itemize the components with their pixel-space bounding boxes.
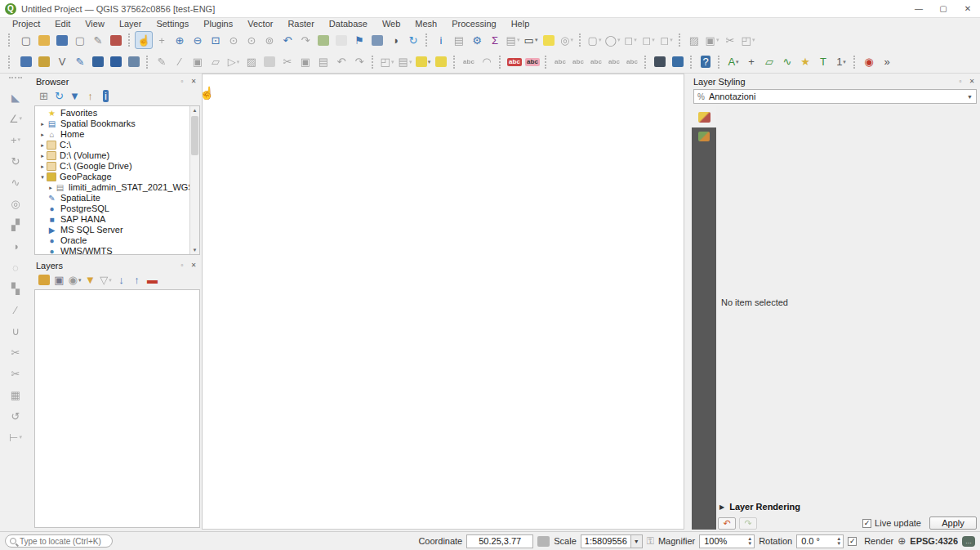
zoom-in-button[interactable]: ⊕ (171, 31, 189, 49)
apply-button[interactable]: Apply (929, 516, 977, 530)
data-source-manager-button[interactable] (17, 53, 35, 71)
zoom-out-button[interactable]: ⊖ (189, 31, 207, 49)
spin-down-icon[interactable]: ▼ (836, 541, 841, 546)
map-tips-button[interactable] (540, 31, 558, 49)
style-redo-button[interactable]: ↷ (739, 517, 757, 530)
magnifier-spinbox[interactable]: 100% ▲▼ (699, 534, 755, 548)
menu-vector[interactable]: Vector (240, 19, 280, 29)
add-selected-layers-button[interactable]: ⊞ (36, 88, 51, 104)
styling-float-button[interactable]: ▫ (956, 77, 965, 87)
zoom-full-button[interactable]: ⊡ (207, 31, 225, 49)
refresh-browser-button[interactable]: ↻ (51, 88, 67, 104)
menu-view[interactable]: View (78, 19, 112, 29)
zoom-last-button[interactable]: ↶ (278, 31, 296, 49)
map-canvas[interactable] (202, 74, 684, 530)
rotation-spinbox[interactable]: 0.0 ° ▲▼ (796, 534, 844, 548)
expand-all-layers-button[interactable]: ↓ (114, 272, 129, 288)
menu-help[interactable]: Help (504, 19, 537, 29)
expander-icon[interactable]: ▸ (38, 140, 47, 150)
new-annotation-layer-button[interactable]: ▾ (414, 53, 432, 71)
metasearch-button[interactable] (651, 53, 669, 71)
scale-combo[interactable]: 1:5809556 ▼ (581, 534, 643, 548)
save-project-button[interactable] (53, 31, 71, 49)
new-virtual-layer-button[interactable] (89, 53, 107, 71)
text-along-line-annotation-button[interactable]: T (814, 53, 832, 71)
collapse-all-browser-button[interactable]: ↑ (82, 88, 98, 104)
messages-icon[interactable]: … (962, 536, 975, 547)
menu-layer[interactable]: Layer (112, 19, 149, 29)
move-annotation-button[interactable]: + (742, 53, 760, 71)
new-spatial-bookmark-button[interactable]: ⚑ (350, 31, 368, 49)
locator-search[interactable] (5, 534, 113, 548)
spin-down-icon[interactable]: ▼ (747, 541, 752, 546)
tree-item-wms-wmts[interactable]: ●WMS/WMTS (35, 246, 199, 255)
annotation-tab-icon[interactable] (698, 132, 710, 141)
extents-icon[interactable] (537, 536, 550, 547)
new-shapefile-layer-button[interactable]: V (53, 53, 71, 71)
lock-scale-icon[interactable]: ⚿ (647, 535, 654, 547)
close-button[interactable]: ✕ (956, 1, 980, 17)
new-map-view-button[interactable] (314, 31, 332, 49)
layers-close-button[interactable]: ✕ (189, 261, 198, 271)
browser-close-button[interactable]: ✕ (189, 77, 198, 87)
tree-item-ms-sql-server[interactable]: ▶MS SQL Server (35, 225, 199, 235)
expander-icon[interactable]: ▸ (38, 161, 47, 172)
python-console-button[interactable] (669, 53, 687, 71)
expander-icon[interactable]: ▸ (38, 118, 47, 129)
label-diagram-pink-button[interactable]: abc (523, 53, 541, 71)
new-spatialite-layer-button[interactable]: ✎ (71, 53, 89, 71)
main-annotation-layer-button[interactable] (432, 53, 450, 71)
measure-button[interactable]: ▭▾ (522, 31, 540, 49)
expander-icon[interactable]: ▸ (38, 150, 47, 161)
maximize-button[interactable]: ▢ (931, 1, 956, 17)
tree-item-postgresql[interactable]: ●PostgreSQL (35, 203, 199, 214)
scroll-up-icon[interactable]: ▲ (190, 106, 199, 114)
add-group-button[interactable]: ▣ (51, 272, 67, 288)
advanced-digitizing-panel-button[interactable]: ◣ (7, 88, 24, 106)
menu-processing[interactable]: Processing (444, 19, 503, 29)
expander-icon[interactable]: ▾ (38, 172, 47, 182)
manage-map-themes-button[interactable]: ◉▾ (67, 272, 82, 288)
show-layout-manager-button[interactable]: ✎ (89, 31, 107, 49)
tree-item-favorites[interactable]: ★Favorites (35, 108, 199, 118)
browser-scrollbar[interactable]: ▲ ▼ (189, 106, 199, 254)
statistical-summary-button[interactable]: Σ (486, 31, 504, 49)
form-annotation-button[interactable]: 1▾ (832, 53, 850, 71)
expander-icon[interactable]: ▸ (38, 129, 47, 140)
tree-item-c-google-drive[interactable]: ▸C:\ (Google Drive) (35, 161, 199, 172)
filter-legend-button[interactable]: ▼ (82, 272, 98, 288)
menu-project[interactable]: Project (5, 19, 47, 29)
menu-plugins[interactable]: Plugins (196, 19, 240, 29)
coordinate-input[interactable] (467, 536, 532, 546)
show-spatial-bookmarks-button[interactable] (368, 31, 386, 49)
layer-select-combo[interactable]: % Annotazioni ▼ (693, 89, 977, 104)
locator-input[interactable] (20, 537, 108, 546)
render-checkbox[interactable]: ✓ (848, 537, 857, 546)
scale-dropdown-icon[interactable]: ▼ (631, 534, 643, 548)
tree-item-oracle[interactable]: ●Oracle (35, 235, 199, 246)
identify-features-button[interactable]: i (432, 31, 450, 49)
text-annotation-button[interactable]: A▾ (724, 53, 742, 71)
style-manager-button[interactable] (107, 31, 125, 49)
tree-item-home[interactable]: ▸⌂Home (35, 129, 199, 140)
help-contents-button[interactable]: ? (697, 53, 715, 71)
scroll-thumb[interactable] (191, 116, 198, 155)
scale-value[interactable]: 1:5809556 (581, 534, 631, 548)
polygon-annotation-button[interactable]: ▱ (760, 53, 778, 71)
line-annotation-button[interactable]: ∿ (778, 53, 796, 71)
browser-float-button[interactable]: ▫ (177, 77, 187, 87)
tree-item-limiti-admin-stat-2021-wgs84-gpkg[interactable]: ▸▤limiti_admin_STAT_2021_WGS84.gpkg (35, 182, 199, 193)
tree-item-c[interactable]: ▸C:\ (35, 140, 199, 150)
menu-edit[interactable]: Edit (47, 19, 78, 29)
tree-item-d-volume[interactable]: ▸D:\ (Volume) (35, 150, 199, 161)
toolbar-overflow-button[interactable]: » (878, 53, 896, 71)
minimize-button[interactable]: — (906, 1, 931, 17)
styling-close-button[interactable]: ✕ (967, 77, 977, 87)
open-project-button[interactable] (35, 31, 53, 49)
processing-toolbox-button[interactable]: ⚙ (468, 31, 486, 49)
new-mesh-layer-button[interactable] (107, 53, 125, 71)
open-layer-styling-panel-button[interactable] (36, 272, 51, 288)
layers-float-button[interactable]: ▫ (177, 261, 187, 271)
menu-settings[interactable]: Settings (149, 19, 196, 29)
new-scratch-layer-button[interactable] (125, 53, 143, 71)
